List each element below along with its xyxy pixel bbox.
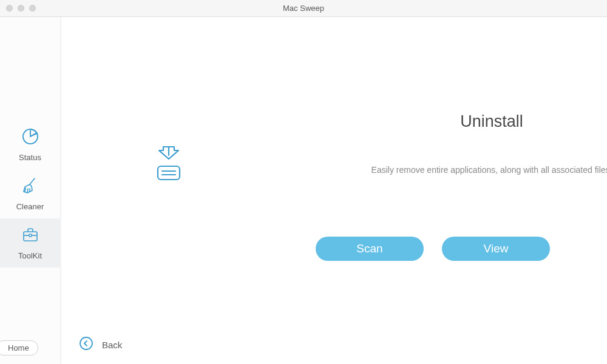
titlebar: Mac Sweep <box>0 0 607 17</box>
sidebar-item-cleaner[interactable]: Cleaner <box>0 169 60 218</box>
feature-title: Uninstall <box>376 112 607 131</box>
window-controls <box>0 5 36 12</box>
close-window-button[interactable] <box>6 5 13 12</box>
uninstall-icon <box>152 146 186 184</box>
svg-rect-2 <box>29 234 32 237</box>
sidebar-item-toolkit[interactable]: ToolKit <box>0 218 60 268</box>
main-panel: Uninstall Easily remove entire applicati… <box>61 17 607 364</box>
zoom-window-button[interactable] <box>29 5 36 12</box>
back-label: Back <box>102 340 122 350</box>
home-button[interactable]: Home <box>0 340 38 356</box>
broom-icon <box>21 177 39 197</box>
view-button-label: View <box>484 242 509 255</box>
action-buttons: Scan View <box>316 237 550 261</box>
sidebar-item-label: Status <box>19 153 41 162</box>
view-button[interactable]: View <box>442 237 550 261</box>
sidebar-item-label: ToolKit <box>18 251 42 260</box>
scan-button[interactable]: Scan <box>316 237 424 261</box>
sidebar-item-status[interactable]: Status <box>0 120 60 169</box>
back-arrow-icon <box>79 336 93 353</box>
svg-point-6 <box>80 337 92 349</box>
back-button[interactable]: Back <box>79 336 122 353</box>
sidebar: Status Cleaner <box>0 17 61 364</box>
home-button-label: Home <box>8 343 29 352</box>
scan-button-label: Scan <box>356 242 382 255</box>
feature-description: Easily remove entire applications, along… <box>334 164 607 177</box>
svg-rect-3 <box>158 166 180 180</box>
minimize-window-button[interactable] <box>18 5 24 12</box>
pie-chart-icon <box>21 127 39 148</box>
sidebar-item-label: Cleaner <box>16 202 44 211</box>
briefcase-icon <box>21 226 39 246</box>
window-title: Mac Sweep <box>283 4 324 13</box>
